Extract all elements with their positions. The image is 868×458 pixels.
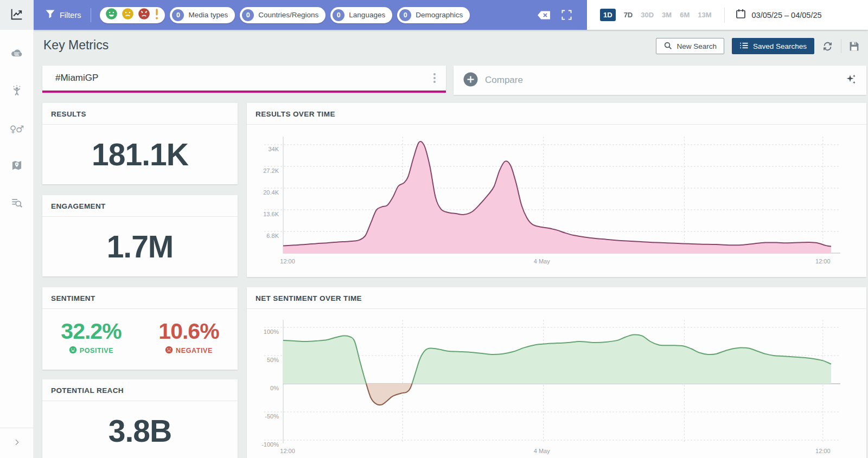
- filter-count-badge: 0: [333, 9, 344, 21]
- filter-pill-countries-regions[interactable]: 0Countries/Regions: [240, 7, 326, 23]
- net-sentiment-over-time-chart: 100%50%0%-50%-100%12:004 May12:00: [256, 310, 858, 458]
- filter-pill-label: Countries/Regions: [258, 11, 318, 19]
- map-pin-icon: [10, 158, 24, 175]
- results-card-title: RESULTS: [42, 103, 238, 125]
- neutral-face-icon: [122, 8, 134, 22]
- sentiment-filter-pill[interactable]: [100, 7, 165, 23]
- search-query-card: #MiamiGP: [42, 66, 446, 93]
- negative-sentiment-value: 10.6%: [158, 319, 219, 344]
- engagement-card: ENGAGEMENT 1.7M: [42, 195, 238, 276]
- fullscreen-icon[interactable]: [561, 10, 572, 20]
- y-axis-label: -50%: [265, 413, 279, 420]
- x-axis-label: 12:00: [280, 448, 295, 454]
- x-axis-label: 4 May: [534, 258, 550, 265]
- engagement-card-title: ENGAGEMENT: [42, 195, 238, 217]
- filter-pill-label: Demographics: [416, 11, 463, 19]
- saved-searches-button[interactable]: Saved Searches: [732, 38, 814, 54]
- save-icon[interactable]: [849, 41, 859, 51]
- y-axis-label: 0%: [270, 385, 279, 391]
- filter-pill-label: Media types: [188, 11, 228, 19]
- search-query-input[interactable]: #MiamiGP: [42, 73, 426, 83]
- ai-sparkles-icon[interactable]: [845, 74, 857, 87]
- date-range-picker[interactable]: 03/05/25 – 04/05/25: [736, 9, 822, 21]
- sidebar-item-search-results[interactable]: [7, 194, 27, 214]
- y-axis-label: -100%: [261, 441, 279, 448]
- person-celebrating-icon: [10, 83, 24, 100]
- saved-searches-label: Saved Searches: [753, 42, 807, 50]
- time-range-group: 1D7D30D3M6M13M: [600, 9, 720, 21]
- gender-icon: ♀♂: [10, 124, 24, 134]
- results-over-time-card: RESULTS OVER TIME 6.8K13.6K20.4K27.2K34K…: [247, 103, 866, 277]
- query-menu-button[interactable]: [426, 73, 443, 83]
- sidebar-item-word-cloud[interactable]: [7, 44, 27, 64]
- sidebar-item-key-metrics[interactable]: [0, 0, 34, 30]
- y-axis-label: 20.4K: [263, 189, 279, 196]
- sidebar-item-demographics[interactable]: ♀♂: [7, 119, 27, 139]
- filter-count-badge: 0: [172, 9, 184, 21]
- clear-filters-icon[interactable]: [537, 11, 551, 20]
- date-range-text: 03/05/25 – 04/05/25: [752, 11, 822, 20]
- refresh-icon[interactable]: [822, 41, 833, 52]
- net-sentiment-over-time-card: NET SENTIMENT OVER TIME 100%50%0%-50%-10…: [247, 287, 866, 458]
- search-icon: [663, 41, 672, 51]
- divider: [91, 8, 91, 22]
- time-range-13m: 13M: [698, 11, 711, 19]
- word-cloud-icon: [10, 46, 24, 62]
- positive-face-icon: [69, 346, 77, 356]
- y-axis-label: 6.8K: [266, 233, 279, 239]
- filters-button[interactable]: Filters: [46, 10, 81, 20]
- potential-reach-value: 3.8B: [42, 413, 238, 449]
- time-range-3m: 3M: [662, 11, 672, 19]
- x-axis-label: 12:00: [815, 258, 831, 265]
- time-range-30d: 30D: [641, 11, 654, 19]
- filter-pill-languages[interactable]: 0Languages: [330, 7, 392, 23]
- positive-label: POSITIVE: [80, 347, 113, 354]
- new-search-button[interactable]: New Search: [656, 38, 724, 54]
- new-search-label: New Search: [676, 42, 717, 50]
- page-title: Key Metrics: [43, 38, 108, 53]
- filter-count-badge: 0: [242, 9, 254, 21]
- compare-card[interactable]: Compare: [454, 66, 866, 95]
- negative-face-icon: [165, 346, 173, 356]
- filter-bar-section: Filters: [34, 0, 587, 30]
- filter-pill-media-types[interactable]: 0Media types: [170, 7, 235, 23]
- x-axis-label: 4 May: [534, 448, 550, 454]
- top-filter-bar: Filters: [34, 0, 868, 30]
- alert-exclamation-icon: [154, 8, 159, 22]
- y-axis-label: 50%: [267, 357, 279, 363]
- results-card: RESULTS 181.1K: [42, 103, 238, 184]
- sidebar: ♀♂: [0, 0, 34, 458]
- net-sentiment-over-time-title: NET SENTIMENT OVER TIME: [247, 287, 866, 309]
- sidebar-item-influencers[interactable]: [7, 82, 27, 101]
- search-list-icon: [10, 196, 24, 212]
- positive-face-icon: [105, 8, 118, 22]
- time-range-1d[interactable]: 1D: [600, 9, 616, 21]
- engagement-value: 1.7M: [42, 229, 238, 265]
- negative-label: NEGATIVE: [176, 347, 213, 354]
- compare-label: Compare: [485, 75, 845, 86]
- filter-pill-demographics[interactable]: 0Demographics: [397, 7, 470, 23]
- trend-chart-icon: [9, 7, 24, 24]
- positive-sentiment-value: 32.2%: [61, 319, 121, 344]
- sidebar-item-geography[interactable]: [7, 157, 27, 176]
- potential-reach-card-title: POTENTIAL REACH: [42, 379, 238, 401]
- funnel-icon: [46, 10, 55, 20]
- sentiment-card: SENTIMENT 32.2% POSITIVE 10.6%: [42, 287, 238, 370]
- add-compare-icon[interactable]: [463, 72, 478, 89]
- results-over-time-chart: 6.8K13.6K20.4K27.2K34K12:004 May12:00: [256, 126, 858, 273]
- results-value: 181.1K: [42, 137, 238, 172]
- positive-area-series: [283, 334, 831, 405]
- potential-reach-card: POTENTIAL REACH 3.8B: [42, 379, 238, 458]
- sentiment-card-title: SENTIMENT: [42, 287, 238, 309]
- negative-face-icon: [138, 8, 150, 22]
- calendar-icon: [736, 9, 746, 21]
- y-axis-label: 100%: [264, 328, 279, 335]
- results-over-time-title: RESULTS OVER TIME: [247, 103, 866, 125]
- time-range-7d[interactable]: 7D: [624, 11, 633, 19]
- list-icon: [739, 41, 749, 51]
- x-axis-label: 12:00: [815, 448, 831, 454]
- sidebar-expand-button[interactable]: [0, 428, 34, 458]
- filter-count-badge: 0: [399, 9, 411, 21]
- filter-pill-label: Languages: [349, 11, 385, 19]
- y-axis-label: 34K: [268, 146, 279, 152]
